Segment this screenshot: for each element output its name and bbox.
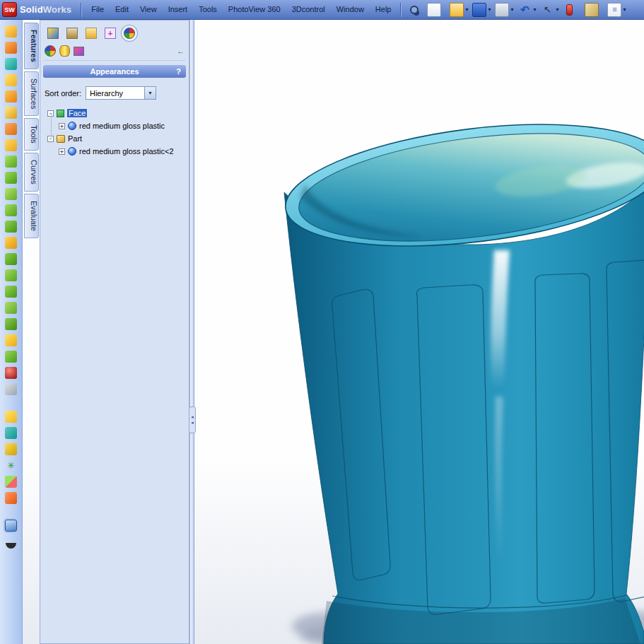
chevron-down-icon[interactable]: ▾ [509,6,515,13]
expander-icon[interactable]: - [47,110,54,117]
chevron-down-icon[interactable]: ▾ [621,6,627,13]
tree-label-appearance[interactable]: red medium gloss plastic<2 [79,147,174,156]
task-pane: + ← Appearances ? Sort order: Hierarchy … [40,20,189,644]
tab-surfaces[interactable]: Surfaces [24,71,39,116]
menu-view[interactable]: View [134,0,163,19]
tab-features[interactable]: Features [24,23,39,69]
app-brand: SolidWorks [20,4,71,15]
menu-edit[interactable]: Edit [110,0,134,19]
task-list-icon[interactable]: ≡ ▾ [607,2,628,18]
menu-window[interactable]: Window [331,0,370,19]
undo-icon[interactable]: ↶ ▾ [517,2,538,18]
sort-order-select[interactable]: Hierarchy ▼ [86,86,156,100]
exit-sketch-icon[interactable] [5,42,17,54]
revolved-boss-icon[interactable] [5,269,17,281]
expander-icon[interactable]: + [59,148,65,155]
tree-row-part: - Part [47,132,186,145]
splitter-collapse-handle[interactable]: ◂ ◂ [189,406,196,433]
extruded-boss-icon[interactable] [5,253,17,265]
tree-row-face-appearance: + red medium gloss plastic [47,119,186,132]
auto-hide-pin-icon[interactable]: ← [177,47,185,55]
offset-entities-icon[interactable] [5,74,17,86]
rectangle-icon[interactable] [5,139,17,151]
feature-toolbar: ✳ [0,20,23,644]
edit-appearance-icon[interactable] [5,411,17,423]
text-icon[interactable] [5,237,17,249]
file-explorer-tab-icon[interactable] [83,25,100,41]
tree-row-face: - Face [47,107,186,119]
paint-splash-icon[interactable] [5,492,17,504]
render-icon[interactable] [562,2,582,18]
appearance-tree: - Face + red medium gloss plastic - Part… [43,107,186,158]
point-icon[interactable] [5,221,17,233]
extruded-cut-icon[interactable] [5,318,17,330]
new-document-icon[interactable] [426,2,447,18]
spline-icon[interactable] [5,188,17,200]
mate-icon[interactable] [5,443,17,455]
select-arrow-icon[interactable]: ↖ ▾ [539,2,561,18]
circle-icon[interactable] [5,156,17,168]
freeform-icon[interactable] [5,427,17,439]
appearance-sphere-icon [68,147,76,156]
linear-pattern-icon[interactable] [5,351,17,363]
convert-entities-icon[interactable] [5,58,17,70]
scenes-filter-icon[interactable] [59,45,70,57]
tree-label-appearance[interactable]: red medium gloss plastic [79,122,165,130]
search-icon[interactable] [409,5,425,15]
sketch-icon[interactable] [5,25,17,37]
appearance-ball-icon[interactable] [5,367,17,379]
task-pane-tabs: + [43,23,186,43]
tree-row-part-appearance: + red medium gloss plastic<2 [47,145,186,158]
title-menu-bar: SW SolidWorks FileEditViewInsertToolsPho… [0,0,644,20]
expander-icon[interactable]: - [47,136,54,142]
appearances-header: Appearances ? [43,65,186,78]
appearances-tab-icon[interactable] [121,25,138,41]
chevron-down-icon[interactable]: ▾ [464,6,469,13]
chevron-down-icon[interactable]: ▼ [144,87,156,99]
tree-label-part[interactable]: Part [68,134,82,143]
home-view-icon[interactable] [5,123,17,135]
decals-filter-icon[interactable] [74,47,84,56]
appearances-filter-icon[interactable] [45,45,56,57]
polygon-icon[interactable] [5,204,17,216]
menu-3dcontrol[interactable]: 3Dcontrol [286,0,331,19]
lofted-boss-icon[interactable] [5,302,17,314]
pane-splitter[interactable]: ◂ ◂ [189,20,194,644]
chevron-down-icon[interactable]: ▾ [554,6,560,13]
menu-help[interactable]: Help [370,0,397,19]
explode-icon[interactable] [5,476,17,488]
menu-photoview-360[interactable]: PhotoView 360 [223,0,286,19]
tab-curves[interactable]: Curves [24,153,39,192]
tab-evaluate[interactable]: Evaluate [24,194,39,238]
menu-bar: FileEditViewInsertToolsPhotoView 3603Dco… [86,0,397,19]
save-icon[interactable]: ▾ [472,2,493,18]
appearances-title: Appearances [90,67,139,76]
separator [81,3,82,17]
swept-boss-icon[interactable] [5,286,17,298]
menu-file[interactable]: File [86,0,110,19]
tree-label-face[interactable]: Face [67,109,87,117]
dome-icon[interactable] [5,383,17,395]
expander-icon[interactable]: + [59,123,65,129]
menu-insert[interactable]: Insert [163,0,194,19]
solidworks-resources-tab-icon[interactable] [45,25,62,41]
search-tab-icon[interactable]: + [102,25,119,41]
trim-entities-icon[interactable] [5,90,17,103]
menu-tools[interactable]: Tools [193,0,223,19]
fillet-icon[interactable] [5,334,17,346]
open-icon[interactable]: ▾ [449,2,470,18]
closed-eye-icon[interactable] [6,543,16,549]
appearance-sphere-icon [68,122,76,130]
asterisk-icon[interactable]: ✳ [5,459,17,472]
design-library-tab-icon[interactable] [64,25,81,41]
line-icon[interactable] [5,107,17,119]
display-settings-icon[interactable] [5,520,17,532]
help-icon[interactable]: ? [176,67,181,76]
tab-tools[interactable]: Tools [24,118,39,151]
commandmanager-tabs: FeaturesSurfacesToolsCurvesEvaluate [24,23,40,238]
arc-icon[interactable] [5,172,17,184]
chevron-down-icon[interactable]: ▾ [532,6,537,13]
scene-box-icon[interactable] [584,2,605,18]
print-icon[interactable]: ▾ [494,2,515,18]
chevron-down-icon[interactable]: ▾ [486,6,492,13]
